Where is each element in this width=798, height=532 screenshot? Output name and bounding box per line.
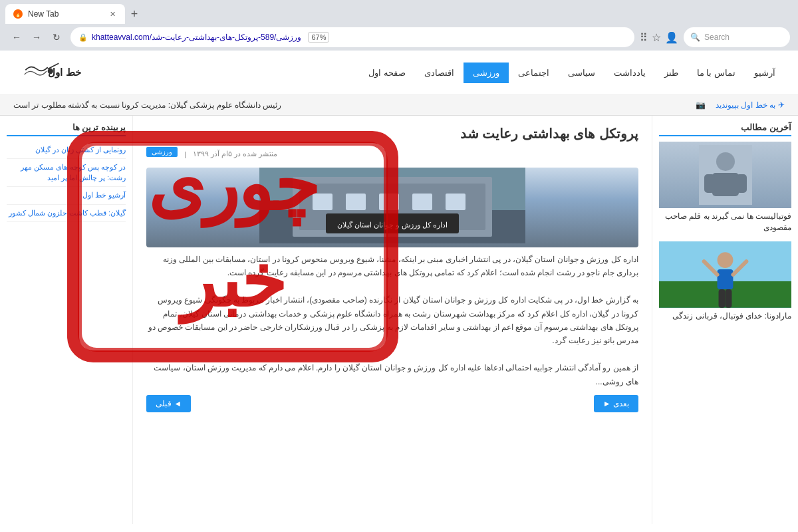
svg-rect-23 xyxy=(412,194,432,210)
telegram-label: به خط اول بپیوندید xyxy=(716,100,775,110)
zoom-level[interactable]: 67% xyxy=(308,32,329,43)
article-paragraph-2: به گزارش خط اول، در پی شکایت اداره کل ور… xyxy=(146,293,638,348)
sidebar-caption-2: مارادونا: خدای فوتبال، قربانی زندگی xyxy=(659,311,791,322)
url-right-controls: 67% xyxy=(308,32,329,43)
article-image-inner: اداره کل ورزش و جوانان استان گیلان xyxy=(146,168,638,247)
article-date: منتشر شده در ۵ام آذر ۱۳۹۹ xyxy=(193,150,277,158)
forward-button[interactable]: → xyxy=(28,29,45,46)
article-navigation: بعدی ► ◄ قبلی xyxy=(146,395,638,412)
toolbar-icons: ⠿ ☆ 👤 xyxy=(640,31,678,44)
search-icon: 🔍 xyxy=(690,33,700,42)
sidebar-img-2 xyxy=(659,241,791,308)
svg-text:اداره کل ورزش و جوانان استان گ: اداره کل ورزش و جوانان استان گیلان xyxy=(337,221,447,229)
svg-rect-15 xyxy=(726,289,732,307)
prev-article-button[interactable]: بعدی ► xyxy=(594,395,638,412)
popular-item-3[interactable]: آرشیو خط اول xyxy=(7,187,126,204)
telegram-icon: ✈ xyxy=(778,100,785,110)
article-image-svg: اداره کل ورزش و جوانان استان گیلان xyxy=(150,168,634,243)
extensions-icon[interactable]: ⠿ xyxy=(640,31,648,44)
nav-item-yaddasht[interactable]: یادداشت xyxy=(604,63,655,83)
svg-rect-14 xyxy=(719,289,726,307)
account-icon[interactable]: 👤 xyxy=(665,31,678,44)
breaking-text: رئیس دانشگاه علوم پزشکی گیلان: مدیریت کر… xyxy=(13,100,281,110)
nav-buttons: ← → ↻ xyxy=(8,29,65,46)
refresh-button[interactable]: ↻ xyxy=(48,29,65,46)
right-sidebar: پربینده ترین ها رونمایی از کشتی زنان در … xyxy=(0,116,133,524)
address-bar: ← → ↻ 🔒 khatteavval.com/ورزشی/589-پروتکل… xyxy=(0,24,798,51)
nav-item-contact[interactable]: تماس با ما xyxy=(688,63,745,83)
nav-item-ejtema[interactable]: اجتماعی xyxy=(509,63,559,83)
security-icon: 🔒 xyxy=(78,33,88,42)
article-paragraph-3: از همین رو آمادگی انتشار جوابیه احتمالی … xyxy=(146,361,638,388)
url-text: khatteavval.com/ورزشی/589-پروتکل-های-بهد… xyxy=(92,33,301,42)
nav-item-tanz[interactable]: طنز xyxy=(655,63,688,83)
popular-item-2[interactable]: در کوچه پس کوچه های مسکن مهر رشت: پر چال… xyxy=(7,159,126,187)
logo-svg: خط اول xyxy=(20,58,86,88)
svg-rect-22 xyxy=(379,194,399,210)
svg-rect-24 xyxy=(446,194,466,210)
popular-item-1[interactable]: رونمایی از کشتی زنان در گیلان xyxy=(7,142,126,159)
social-links: ✈ به خط اول بپیوندید 📷 xyxy=(696,100,785,110)
site-logo[interactable]: خط اول xyxy=(13,56,93,89)
nav-item-eghtesad[interactable]: اقتصادی xyxy=(415,63,464,83)
svg-rect-5 xyxy=(712,173,739,196)
tab-title: New Tab xyxy=(28,9,59,19)
sidebar-caption-1: فوتبالیست ها نمی گیرند به قلم صاحب مقصود… xyxy=(659,211,791,233)
svg-rect-11 xyxy=(718,269,733,289)
new-tab-button[interactable]: + xyxy=(125,5,144,23)
tab-close-button[interactable]: ✕ xyxy=(108,9,117,19)
website-content: خط اول آرشیو تماس با ما طنز یادداشت سیاس… xyxy=(0,51,798,532)
nav-item-varzesh[interactable]: ورزشی xyxy=(464,63,509,83)
sidebar-img-1 xyxy=(659,142,791,208)
search-box[interactable]: 🔍 Search xyxy=(684,27,790,47)
search-placeholder: Search xyxy=(704,33,730,42)
site-header: خط اول آرشیو تماس با ما طنز یادداشت سیاس… xyxy=(0,51,798,95)
instagram-icon: 📷 xyxy=(696,100,706,110)
svg-rect-20 xyxy=(313,194,332,210)
breaking-news: رئیس دانشگاه علوم پزشکی گیلان: مدیریت کر… xyxy=(13,100,281,110)
sidebar-article-2[interactable]: مارادونا: خدای فوتبال، قربانی زندگی xyxy=(659,241,791,322)
person-figure xyxy=(699,145,752,205)
tab-bar: 🔥 New Tab ✕ + xyxy=(0,0,798,24)
social-bar: ✈ به خط اول بپیوندید 📷 رئیس دانشگاه علوم… xyxy=(0,95,798,116)
popular-item-4[interactable]: گیلان: قطب کاشت حلزون شمال کشور xyxy=(7,205,126,222)
article-paragraph-1: اداره کل ورزش و جوانان استان گیلان، در پ… xyxy=(146,253,638,280)
svg-text:خط اول: خط اول xyxy=(48,66,80,78)
article-category-separator: | xyxy=(184,150,186,158)
svg-rect-21 xyxy=(346,194,366,210)
article-category: ورزشی xyxy=(146,147,178,157)
article-area: پروتکل های بهداشتی رعایت شد منتشر شده در… xyxy=(133,116,652,524)
main-content: آخرین مطالب فوتبالیست ها نمی گیرند به قل… xyxy=(0,116,798,524)
nav-item-siyasi[interactable]: سیاسی xyxy=(559,63,604,83)
article-meta: منتشر شده در ۵ام آذر ۱۳۹۹ | ورزشی xyxy=(146,147,638,161)
svg-point-10 xyxy=(718,252,733,268)
tab-favicon: 🔥 xyxy=(13,9,23,19)
bookmark-icon[interactable]: ☆ xyxy=(652,31,661,44)
popular-title: پربینده ترین ها xyxy=(7,122,126,136)
telegram-link[interactable]: ✈ به خط اول بپیوندید xyxy=(716,100,785,110)
browser-chrome: 🔥 New Tab ✕ + ← → ↻ 🔒 khatteavval.com/ور… xyxy=(0,0,798,51)
article-body: اداره کل ورزش و جوانان استان گیلان، در پ… xyxy=(146,253,638,388)
svg-rect-6 xyxy=(704,174,715,193)
left-sidebar: آخرین مطالب فوتبالیست ها نمی گیرند به قل… xyxy=(652,116,798,524)
article-image: اداره کل ورزش و جوانان استان گیلان xyxy=(146,168,638,247)
back-button[interactable]: ← xyxy=(8,29,25,46)
latest-section-title: آخرین مطالب xyxy=(659,122,791,136)
nav-item-arshiv[interactable]: آرشیو xyxy=(745,63,785,83)
nav-menu: آرشیو تماس با ما طنز یادداشت سیاسی اجتما… xyxy=(359,63,785,83)
url-bar[interactable]: 🔒 khatteavval.com/ورزشی/589-پروتکل-های-ب… xyxy=(70,27,634,47)
article-title: پروتکل های بهداشتی رعایت شد xyxy=(146,126,638,142)
sidebar-article-1[interactable]: فوتبالیست ها نمی گیرند به قلم صاحب مقصود… xyxy=(659,142,791,233)
next-article-button[interactable]: ◄ قبلی xyxy=(146,395,191,412)
active-tab[interactable]: 🔥 New Tab ✕ xyxy=(5,4,125,24)
svg-rect-7 xyxy=(736,174,747,193)
svg-point-1 xyxy=(48,68,53,73)
instagram-link[interactable]: 📷 xyxy=(696,100,706,110)
nav-item-home[interactable]: صفحه اول xyxy=(359,63,415,83)
soccer-figure xyxy=(659,241,791,308)
svg-point-4 xyxy=(716,152,735,171)
